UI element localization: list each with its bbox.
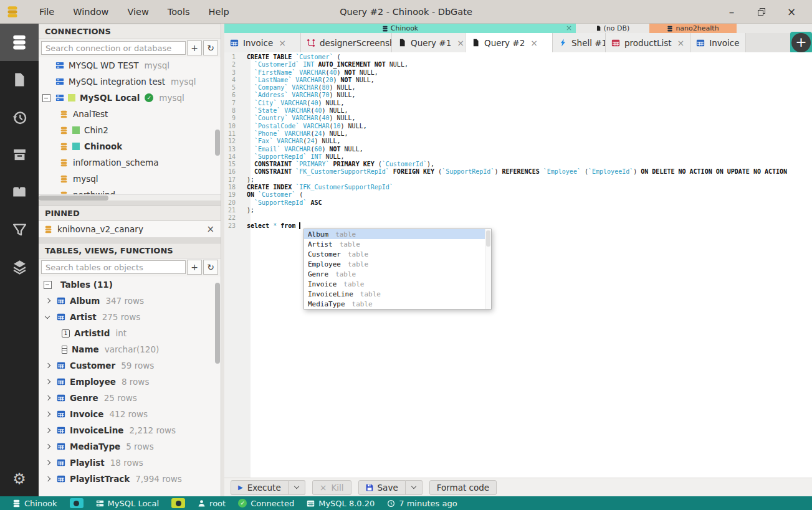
- tab[interactable]: Query #2 ×: [466, 33, 553, 52]
- menu-item[interactable]: Tools: [160, 4, 198, 19]
- code-line[interactable]: 21 );: [224, 207, 812, 214]
- connection-item[interactable]: Chinook: [39, 138, 221, 154]
- table-tree-item[interactable]: ArtistId int: [39, 325, 221, 341]
- code-line[interactable]: 1 CREATE TABLE `Customer` (: [224, 54, 812, 61]
- table-tree-item[interactable]: MediaType 5 rows: [39, 438, 221, 455]
- table-tree-item[interactable]: Invoice 412 rows: [39, 406, 221, 422]
- pinned-item[interactable]: knihovna_v2_canary ×: [39, 221, 221, 238]
- expand-chevron-icon[interactable]: [42, 361, 56, 370]
- tab[interactable]: Shell #1 ×: [553, 33, 606, 52]
- tables-root-node[interactable]: Tables (11): [39, 276, 221, 293]
- expand-chevron-icon[interactable]: [42, 394, 56, 402]
- status-last-run-time[interactable]: 7 minutes ago: [381, 499, 463, 508]
- connections-search-input[interactable]: [41, 41, 186, 55]
- autocomplete-item[interactable]: Invoice table: [304, 279, 485, 289]
- status-version[interactable]: MySQL 8.0.20: [300, 499, 381, 508]
- save-options-button[interactable]: [406, 480, 423, 495]
- code-line[interactable]: 19 ON `Customer` (: [224, 191, 812, 199]
- add-connection-button[interactable]: +: [187, 40, 202, 55]
- table-tree-item[interactable]: Artist 275 rows: [39, 309, 221, 325]
- code-line[interactable]: 6 `Address` VARCHAR(70) NULL,: [224, 92, 812, 99]
- expand-chevron-icon[interactable]: [42, 377, 56, 386]
- autocomplete-scrollbar[interactable]: [485, 229, 491, 309]
- autocomplete-item[interactable]: Employee table: [304, 259, 485, 269]
- table-tree-item[interactable]: PlaylistTrack 7,994 rows: [39, 471, 221, 487]
- tables-search-input[interactable]: [41, 260, 186, 274]
- expand-chevron-icon[interactable]: [42, 296, 56, 305]
- autocomplete-item[interactable]: Customer table: [304, 249, 485, 259]
- close-button[interactable]: ×: [785, 5, 798, 19]
- table-tree-item[interactable]: Employee 8 rows: [39, 374, 221, 390]
- tab[interactable]: Invoice ×: [224, 33, 301, 52]
- code-line[interactable]: 13 `Email` VARCHAR(60) NOT NULL,: [224, 146, 812, 153]
- menu-item[interactable]: View: [119, 4, 156, 19]
- connection-item[interactable]: information_schema: [39, 154, 221, 171]
- new-tab-button[interactable]: +: [790, 32, 812, 54]
- table-tree-item[interactable]: Playlist 18 rows: [39, 455, 221, 471]
- expand-chevron-icon[interactable]: [42, 313, 56, 321]
- code-line[interactable]: 14 `SupportRepId` INT NULL,: [224, 153, 812, 161]
- refresh-tables-button[interactable]: ↻: [203, 260, 218, 275]
- status-server[interactable]: MySQL Local: [90, 499, 165, 508]
- connection-item[interactable]: MySQL integration test mysql: [39, 73, 221, 90]
- status-database[interactable]: Chinook: [6, 499, 64, 508]
- code-line[interactable]: 20 `SupportRepId` ASC: [224, 199, 812, 207]
- sidebar-item-filter[interactable]: [0, 210, 39, 248]
- sidebar-item-database[interactable]: [0, 24, 39, 61]
- sidebar-item-layers[interactable]: [0, 248, 39, 285]
- table-tree-item[interactable]: Customer 59 rows: [39, 357, 221, 374]
- execute-button[interactable]: ▶Execute: [231, 480, 289, 495]
- code-line[interactable]: 5 `Company` VARCHAR(80) NULL,: [224, 84, 812, 92]
- connection-item[interactable]: Chin2: [39, 122, 221, 138]
- tab[interactable]: Query #1 ×: [392, 33, 466, 52]
- sidebar-item-notebook[interactable]: [0, 173, 39, 210]
- connections-header[interactable]: CONNECTIONS: [39, 24, 221, 39]
- expand-chevron-icon[interactable]: [42, 458, 56, 467]
- expand-chevron-icon[interactable]: [41, 93, 55, 102]
- autocomplete-item[interactable]: MediaType table: [304, 299, 485, 309]
- code-line[interactable]: 12 `Fax` VARCHAR(24) NULL,: [224, 138, 812, 145]
- expand-chevron-icon[interactable]: [42, 426, 56, 435]
- connections-hscrollbar[interactable]: [39, 194, 221, 201]
- code-line[interactable]: 18 CREATE INDEX `IFK_CustomerSupportRepI…: [224, 184, 812, 191]
- code-line[interactable]: 4 `LastName` VARCHAR(20) NOT NULL,: [224, 77, 812, 84]
- table-tree-item[interactable]: Album 347 rows: [39, 293, 221, 309]
- autocomplete-item[interactable]: Genre table: [304, 269, 485, 279]
- menu-item[interactable]: Help: [201, 4, 237, 19]
- execute-options-button[interactable]: [289, 480, 305, 495]
- format-code-button[interactable]: Format code: [429, 480, 497, 495]
- tables-header[interactable]: TABLES, VIEWS, FUNCTIONS: [39, 243, 221, 258]
- expand-chevron-icon[interactable]: [41, 61, 55, 70]
- add-table-button[interactable]: +: [187, 260, 202, 275]
- code-line[interactable]: 8 `State` VARCHAR(40) NULL,: [224, 107, 812, 115]
- refresh-connections-button[interactable]: ↻: [203, 40, 218, 55]
- table-tree-item[interactable]: Genre 25 rows: [39, 390, 221, 406]
- sql-editor[interactable]: 1 CREATE TABLE `Customer` ( 2 `CustomerI…: [224, 52, 812, 478]
- close-tab-icon[interactable]: ×: [677, 38, 685, 48]
- menu-item[interactable]: File: [31, 4, 62, 19]
- code-line[interactable]: 10 `PostalCode` VARCHAR(10) NULL,: [224, 123, 812, 130]
- save-button[interactable]: Save: [358, 480, 406, 495]
- tab[interactable]: Invoice: [690, 33, 745, 52]
- tab-group-nano2health[interactable]: nano2health: [649, 24, 737, 33]
- code-line[interactable]: 16 CONSTRAINT `FK_CustomerSupportRepId` …: [224, 168, 812, 176]
- table-tree-item[interactable]: InvoiceLine 2,212 rows: [39, 422, 221, 438]
- expand-chevron-icon[interactable]: [42, 410, 56, 418]
- tables-scrollbar-thumb[interactable]: [215, 283, 220, 364]
- pinned-header[interactable]: PINNED: [39, 205, 221, 221]
- sidebar-item-archive[interactable]: [0, 136, 39, 173]
- close-tab-icon[interactable]: ×: [530, 38, 538, 48]
- expand-chevron-icon[interactable]: [41, 77, 55, 86]
- settings-button[interactable]: ⚙: [0, 461, 39, 496]
- expand-chevron-icon[interactable]: [42, 442, 56, 451]
- code-line[interactable]: 11 `Phone` VARCHAR(24) NULL,: [224, 130, 812, 138]
- tab[interactable]: designerScreenshot ×: [301, 33, 392, 52]
- code-line[interactable]: 7 `City` VARCHAR(40) NULL,: [224, 100, 812, 107]
- tab-group-chinook[interactable]: Chinook ×: [224, 24, 576, 33]
- code-line[interactable]: 17 );: [224, 176, 812, 184]
- status-connection[interactable]: ✓ Connected: [232, 499, 300, 508]
- code-line[interactable]: 15 CONSTRAINT `PRIMARY` PRIMARY KEY (`Cu…: [224, 161, 812, 168]
- connection-item[interactable]: AnalTest: [39, 106, 221, 122]
- code-line[interactable]: 2 `CustomerId` INT AUTO_INCREMENT NOT NU…: [224, 61, 812, 68]
- minimize-button[interactable]: –: [725, 5, 738, 19]
